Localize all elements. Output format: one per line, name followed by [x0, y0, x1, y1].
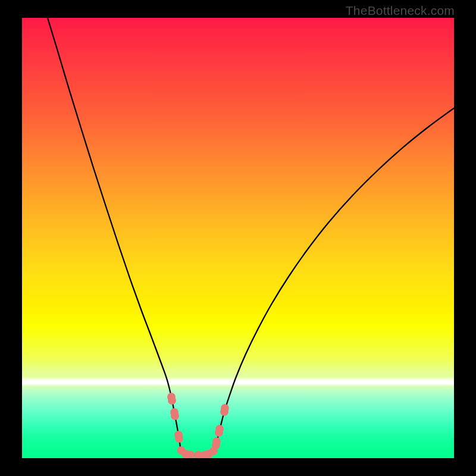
curve-marker	[168, 396, 176, 405]
curve-marker	[221, 404, 229, 412]
bottleneck-curve	[48, 18, 454, 456]
curve-marker	[215, 425, 224, 433]
watermark: TheBottleneck.com	[346, 4, 455, 18]
chart-frame: TheBottleneck.com	[0, 0, 476, 476]
curve-marker	[212, 437, 221, 446]
curve-marker	[175, 434, 183, 443]
curve-marker	[171, 412, 179, 420]
plot-area	[22, 18, 454, 458]
curve-layer	[22, 18, 454, 458]
